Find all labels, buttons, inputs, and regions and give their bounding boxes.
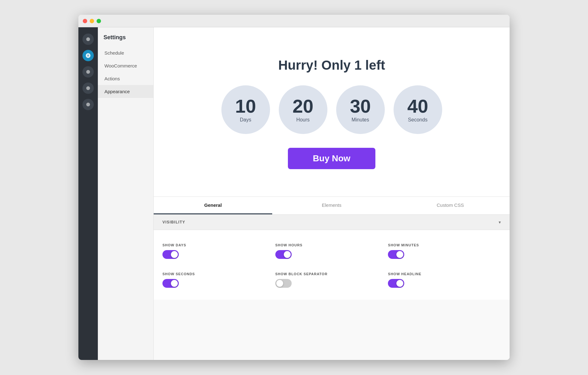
tab-general[interactable]: General bbox=[154, 197, 272, 214]
sidebar-icon-2[interactable] bbox=[82, 50, 94, 61]
nav-item-appearance[interactable]: Appearance bbox=[98, 85, 153, 98]
sidebar-icon-3[interactable] bbox=[82, 66, 94, 78]
countdown-seconds: 40 Seconds bbox=[394, 85, 442, 134]
show-seconds-toggle[interactable] bbox=[162, 279, 179, 288]
settings-title: Settings bbox=[98, 27, 153, 46]
show-seconds-label: SHOW SECONDS bbox=[162, 272, 275, 276]
preview-area: Hurry! Only 1 left 10 Days 20 Hours 30 M… bbox=[154, 27, 510, 197]
countdown-hours: 20 Hours bbox=[279, 85, 327, 134]
maximize-button[interactable] bbox=[97, 19, 101, 23]
seconds-label: Seconds bbox=[408, 117, 427, 123]
titlebar bbox=[78, 15, 510, 27]
nav-item-woocommerce[interactable]: WooCommerce bbox=[98, 59, 153, 72]
show-block-separator-label: SHOW BLOCK SEPARATOR bbox=[275, 272, 388, 276]
svg-point-3 bbox=[86, 103, 90, 106]
visibility-section-header[interactable]: VISIBILITY ▾ bbox=[154, 215, 510, 230]
chevron-down-icon: ▾ bbox=[499, 220, 501, 225]
show-hours-toggle[interactable] bbox=[275, 250, 292, 259]
countdown-minutes: 30 Minutes bbox=[336, 85, 385, 134]
visibility-title: VISIBILITY bbox=[162, 220, 185, 224]
tab-elements[interactable]: Elements bbox=[272, 197, 391, 214]
show-days-toggle[interactable] bbox=[162, 250, 179, 259]
buy-now-button[interactable]: Buy Now bbox=[288, 148, 376, 169]
sidebar-icon-4[interactable] bbox=[82, 83, 94, 94]
settings-nav: Settings Schedule WooCommerce Actions Ap… bbox=[98, 27, 154, 360]
minimize-button[interactable] bbox=[90, 19, 94, 23]
countdown-row: 10 Days 20 Hours 30 Minutes 40 Seconds bbox=[221, 85, 442, 134]
settings-panel: VISIBILITY ▾ SHOW DAYS SHOW H bbox=[154, 215, 510, 360]
tab-custom-css[interactable]: Custom CSS bbox=[391, 197, 510, 214]
toggle-show-headline: SHOW HEADLINE bbox=[388, 268, 501, 297]
toggle-show-block-separator: SHOW BLOCK SEPARATOR bbox=[275, 268, 388, 297]
toggle-show-hours: SHOW HOURS bbox=[275, 239, 388, 268]
svg-point-2 bbox=[86, 86, 90, 90]
show-block-separator-toggle[interactable] bbox=[275, 279, 292, 288]
days-label: Days bbox=[240, 117, 251, 123]
countdown-days: 10 Days bbox=[221, 85, 270, 134]
hours-label: Hours bbox=[296, 117, 310, 123]
minutes-number: 30 bbox=[350, 97, 371, 116]
nav-item-actions[interactable]: Actions bbox=[98, 72, 153, 85]
show-days-label: SHOW DAYS bbox=[162, 243, 275, 247]
show-minutes-toggle[interactable] bbox=[388, 250, 404, 259]
close-button[interactable] bbox=[83, 19, 87, 23]
minutes-label: Minutes bbox=[352, 117, 369, 123]
tab-bar: General Elements Custom CSS bbox=[154, 197, 510, 215]
toggle-show-minutes: SHOW MINUTES bbox=[388, 239, 501, 268]
preview-headline: Hurry! Only 1 left bbox=[278, 58, 385, 73]
icon-sidebar bbox=[78, 27, 98, 360]
svg-point-1 bbox=[86, 70, 90, 74]
sidebar-icon-5[interactable] bbox=[82, 99, 94, 110]
show-headline-toggle[interactable] bbox=[388, 279, 404, 288]
show-minutes-label: SHOW MINUTES bbox=[388, 243, 501, 247]
main-content: Hurry! Only 1 left 10 Days 20 Hours 30 M… bbox=[154, 27, 510, 360]
toggle-show-seconds: SHOW SECONDS bbox=[162, 268, 275, 297]
days-number: 10 bbox=[235, 97, 256, 116]
toggle-grid: SHOW DAYS SHOW HOURS bbox=[154, 230, 510, 300]
toggle-show-days: SHOW DAYS bbox=[162, 239, 275, 268]
show-hours-label: SHOW HOURS bbox=[275, 243, 388, 247]
seconds-number: 40 bbox=[407, 97, 428, 116]
show-headline-label: SHOW HEADLINE bbox=[388, 272, 501, 276]
sidebar-icon-1[interactable] bbox=[82, 34, 94, 45]
nav-item-schedule[interactable]: Schedule bbox=[98, 46, 153, 59]
hours-number: 20 bbox=[293, 97, 314, 116]
svg-point-0 bbox=[86, 37, 90, 41]
